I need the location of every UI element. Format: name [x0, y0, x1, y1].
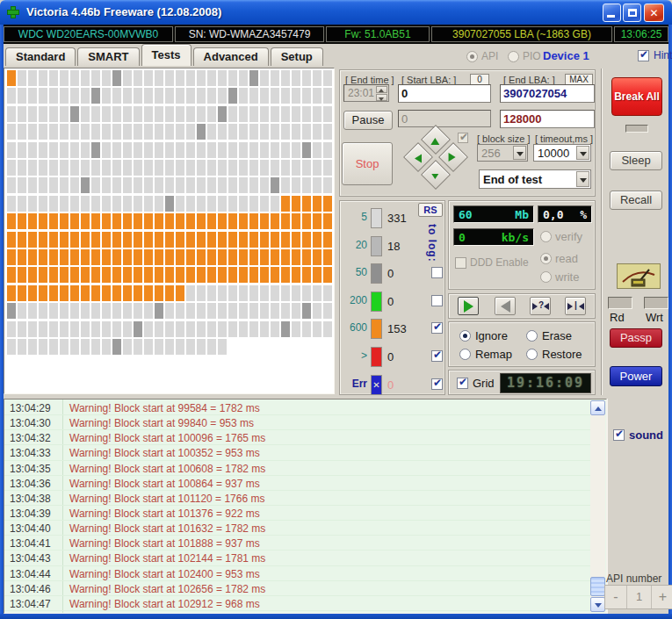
progress-lcd: 0,0% — [538, 205, 592, 223]
map-cell — [144, 249, 153, 265]
log-timestamp: 13:04:39 — [10, 507, 51, 520]
start-test-button[interactable] — [458, 297, 479, 315]
verify-radio[interactable] — [540, 231, 552, 242]
map-cell — [123, 285, 132, 301]
map-cell — [271, 267, 279, 283]
speed-row: 500 — [343, 263, 443, 286]
map-cell — [112, 106, 121, 122]
map-cell — [18, 285, 26, 301]
sound-checkbox[interactable]: ✔ — [613, 429, 625, 441]
end-lba-input[interactable]: 3907027054 — [500, 84, 595, 103]
map-cell — [49, 285, 58, 301]
map-cell — [60, 106, 69, 122]
map-cell — [292, 70, 300, 86]
map-cell — [323, 213, 332, 229]
ddd-enable-checkbox[interactable] — [455, 257, 466, 269]
map-cell — [302, 160, 311, 176]
sleep-button[interactable]: Sleep — [610, 151, 662, 170]
log-scrollbar[interactable] — [590, 400, 605, 612]
map-cell — [197, 70, 206, 86]
spin-up-button[interactable] — [376, 86, 387, 93]
map-cell — [18, 124, 26, 140]
scrollbar-thumb[interactable] — [590, 577, 605, 596]
recall-button[interactable]: Recall — [610, 191, 662, 210]
passp-button[interactable]: Passp — [610, 328, 662, 348]
api-minus-button[interactable]: - — [605, 586, 627, 608]
read-radio[interactable] — [540, 253, 552, 264]
map-cell — [49, 106, 58, 122]
end-time-spinner[interactable]: 23:01 — [343, 84, 389, 102]
timeout-value: 10000 — [538, 147, 569, 160]
map-cell — [197, 196, 206, 212]
block-value-input[interactable]: 128000 — [500, 110, 595, 128]
speed-log-checkbox[interactable] — [431, 295, 443, 306]
break-all-button[interactable]: Break All — [611, 77, 662, 116]
map-cell — [218, 232, 227, 248]
map-cell — [144, 124, 153, 140]
seek-question-button[interactable]: ? — [530, 297, 551, 315]
remap-label: Remap — [475, 348, 512, 361]
map-cell — [112, 70, 121, 86]
map-cell — [249, 196, 258, 212]
pad-option-checkbox[interactable]: ✔ — [458, 133, 468, 143]
end-action-combo[interactable]: End of test — [479, 169, 591, 189]
map-cell — [176, 70, 184, 86]
combo-button[interactable] — [513, 146, 526, 160]
pause-button[interactable]: Pause — [343, 111, 393, 130]
grid-checkbox[interactable]: ✔ — [457, 378, 468, 389]
map-cell — [249, 267, 258, 283]
ignore-radio[interactable] — [459, 330, 471, 342]
map-cell — [302, 196, 311, 212]
scroll-down-button[interactable] — [590, 597, 605, 612]
close-button[interactable]: ✕ — [644, 4, 664, 22]
minimize-button[interactable] — [603, 4, 621, 22]
speed-color-block — [371, 319, 382, 339]
map-cell — [39, 285, 47, 301]
map-cell — [271, 88, 279, 104]
map-cell — [292, 142, 300, 158]
block-size-combo[interactable]: 256 — [477, 144, 528, 162]
surface-scan-map — [4, 68, 335, 394]
log-message: Warning! Block start at 101632 = 1782 ms — [69, 522, 265, 535]
map-cell — [39, 321, 47, 337]
start-lba-input[interactable]: 0 — [398, 84, 491, 103]
map-cell — [102, 177, 111, 193]
map-cell — [186, 196, 195, 212]
map-cell — [228, 177, 237, 193]
map-cell — [134, 88, 142, 104]
remap-radio[interactable] — [459, 349, 471, 360]
map-cell — [239, 321, 248, 337]
stop-button[interactable]: Stop — [342, 142, 393, 185]
erase-radio[interactable] — [526, 330, 538, 342]
seek-end-button[interactable]: | — [565, 297, 586, 315]
combo-button[interactable] — [576, 171, 589, 187]
speed-log-checkbox[interactable]: ✔ — [431, 322, 443, 334]
map-cell — [249, 88, 258, 104]
speed-log-checkbox[interactable]: ✔ — [431, 350, 443, 362]
spin-down-button[interactable] — [376, 94, 387, 101]
power-button[interactable]: Power — [610, 366, 662, 386]
arrow-up-icon — [595, 407, 602, 411]
restore-radio[interactable] — [526, 349, 538, 360]
log-timestamp: 13:04:33 — [10, 447, 51, 459]
lcd-value: 60 — [459, 208, 473, 221]
log-row: 13:04:33Warning! Block start at 100352 =… — [4, 445, 590, 460]
map-cell — [281, 196, 290, 212]
write-radio[interactable] — [540, 271, 552, 283]
combo-button[interactable] — [576, 146, 589, 160]
back-button[interactable] — [495, 297, 516, 315]
map-cell — [81, 177, 90, 193]
arrow-down-icon — [431, 174, 438, 179]
log-message: Warning! Block start at 100096 = 1765 ms — [69, 432, 265, 444]
write-led — [644, 297, 668, 309]
map-cell — [7, 160, 16, 176]
api-plus-button[interactable]: + — [652, 586, 672, 608]
title-bar[interactable]: Victoria 4.46b Freeware (12.08.2008) ✕ — [0, 0, 672, 25]
map-cell — [197, 232, 206, 248]
scroll-up-button[interactable] — [590, 400, 605, 415]
maximize-button[interactable] — [623, 4, 641, 22]
timeout-combo[interactable]: 10000 — [533, 144, 591, 162]
speed-log-checkbox[interactable] — [431, 267, 443, 278]
map-cell — [281, 303, 290, 319]
speed-log-checkbox[interactable]: ✔ — [431, 378, 443, 390]
